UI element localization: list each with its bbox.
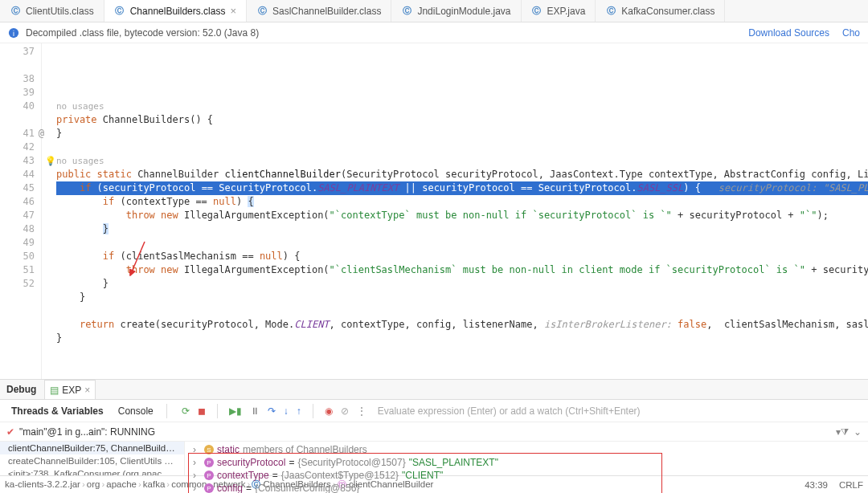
choose-sources-link[interactable]: Cho (842, 27, 860, 39)
code-line[interactable]: } (56, 277, 868, 291)
variables-tree[interactable]: › S static members of ChannelBuilders› P… (185, 442, 868, 475)
frames-list[interactable]: clientChannelBuilder:75, ChannelBuilders… (0, 442, 185, 475)
svg-text:i: i (13, 29, 14, 37)
notice-text: Decompiled .class file, bytecode version… (26, 27, 259, 39)
editor-tab[interactable]: Ⓒ ChannelBuilders.class× (104, 0, 247, 22)
decompile-notice: i Decompiled .class file, bytecode versi… (0, 22, 868, 43)
code-line[interactable]: throw new IllegalArgumentException("`con… (56, 209, 868, 222)
tab-label: JndiLoginModule.java (417, 6, 510, 17)
stop-icon[interactable]: ◼ (198, 405, 206, 417)
frames-header: ✔ "main"@1 in g...ain": RUNNING ▾⧩ ⌄ (0, 422, 868, 442)
tab-label: EXP.java (547, 6, 586, 17)
editor-tab[interactable]: Ⓒ EXP.java (522, 0, 596, 22)
resume-icon[interactable]: ▶▮ (229, 405, 242, 417)
class-file-icon: Ⓒ (114, 6, 125, 17)
close-icon[interactable]: × (230, 5, 236, 17)
variable-name: securityProtocol (217, 457, 285, 468)
breakpoint-check-icon: ✔ (6, 426, 14, 438)
class-file-icon: Ⓒ (531, 6, 542, 17)
main-thread-label[interactable]: "main"@1 in g...ain": RUNNING (19, 426, 155, 438)
code-line[interactable]: } (56, 291, 868, 304)
chevron-right-icon[interactable]: › (193, 444, 201, 455)
stack-frame[interactable]: createChannelBuilder:105, ClientUtils (o… (0, 454, 184, 467)
variable-row[interactable]: › P securityProtocol = {SecurityProtocol… (185, 456, 868, 469)
property-icon: P (204, 471, 214, 480)
breadcrumb-item[interactable]: ka-clients-3.2.2.jar (5, 479, 80, 489)
variable-row[interactable]: › S static members of ChannelBuilders (185, 443, 868, 456)
tab-label: ChannelBuilders.class (130, 6, 226, 17)
code-line[interactable]: throw new IllegalArgumentException("`cli… (56, 263, 868, 277)
run-config-icon: ▤ (50, 385, 59, 396)
view-breakpoints-icon[interactable]: ◉ (325, 405, 333, 417)
class-file-icon: Ⓒ (605, 6, 616, 17)
close-icon[interactable]: × (84, 385, 90, 396)
console-tab[interactable]: Console (113, 405, 158, 417)
debug-tool-row: Threads & Variables Console ⟳ ◼ ▶▮ ⏸ ↷ ↓… (0, 400, 868, 422)
evaluate-expression-input[interactable]: Evaluate expression (Enter) or add a wat… (378, 405, 641, 417)
code-line[interactable]: if (contextType == null) { (56, 195, 868, 209)
code-area[interactable]: no usagesprivate ChannelBuilders() {}no … (42, 43, 868, 379)
stack-frame[interactable]: <init>:738, KafkaConsumer (org.apache.ka… (0, 467, 184, 475)
rerun-icon[interactable]: ⟳ (182, 405, 190, 417)
code-line[interactable]: return create(securityProtocol, Mode.CLI… (56, 318, 868, 332)
static-icon: S (204, 445, 214, 454)
code-line[interactable] (56, 141, 868, 154)
mute-breakpoints-icon[interactable]: ⊘ (341, 405, 349, 417)
step-out-icon[interactable]: ↑ (297, 405, 301, 417)
variable-row[interactable]: › P contextType = {JaasContext$Type@1512… (185, 469, 868, 482)
variable-row[interactable]: › P config = {ConsumerConfig@856} (185, 482, 868, 493)
property-icon: P (204, 483, 214, 493)
editor-tab[interactable]: Ⓒ JndiLoginModule.java (391, 0, 521, 22)
code-line[interactable]: no usages (56, 154, 868, 168)
variable-name: config (217, 483, 243, 493)
info-icon: i (8, 27, 19, 39)
debug-body: clientChannelBuilder:75, ChannelBuilders… (0, 442, 868, 475)
debug-toolwindow-header: Debug ▤ EXP × (0, 379, 868, 400)
code-line[interactable]: } (56, 222, 868, 236)
pause-icon[interactable]: ⏸ (250, 405, 260, 417)
code-line[interactable]: } (56, 332, 868, 345)
breadcrumb-item[interactable]: kafka (143, 479, 166, 489)
code-line[interactable]: no usages (56, 100, 868, 113)
line-gutter: 37383940414243💡444546474849505152 (0, 43, 42, 379)
more-icon[interactable]: ⋮ (357, 405, 366, 417)
breadcrumb-item[interactable]: org (87, 479, 100, 489)
thread-dropdown-icon[interactable]: ⌄ (854, 426, 862, 438)
editor-tab[interactable]: Ⓒ SaslChannelBuilder.class (247, 0, 391, 22)
threads-variables-tab[interactable]: Threads & Variables (6, 405, 108, 417)
code-line[interactable]: public static ChannelBuilder clientChann… (56, 168, 868, 181)
stack-frame[interactable]: clientChannelBuilder:75, ChannelBuilders… (0, 442, 184, 454)
editor-tab[interactable]: Ⓒ ClientUtils.class (0, 0, 104, 22)
variable-name: contextType (217, 470, 269, 481)
step-over-icon[interactable]: ↷ (268, 405, 276, 417)
breadcrumb-item[interactable]: apache (106, 479, 137, 489)
code-line[interactable] (56, 236, 868, 250)
class-file-icon: Ⓒ (401, 6, 412, 17)
tab-label: SaslChannelBuilder.class (272, 6, 381, 17)
code-line[interactable] (56, 86, 868, 100)
debug-run-tab-label: EXP (62, 385, 81, 396)
filter-icon[interactable]: ▾⧩ (836, 426, 849, 438)
code-line[interactable]: if (clientSaslMechanism == null) { (56, 250, 868, 263)
code-line[interactable]: private ChannelBuilders() { (56, 113, 868, 127)
editor-tab[interactable]: Ⓒ KafkaConsumer.class (596, 0, 725, 22)
editor-tabs: Ⓒ ClientUtils.classⒸ ChannelBuilders.cla… (0, 0, 868, 22)
code-editor[interactable]: 37383940414243💡444546474849505152 no usa… (0, 43, 868, 379)
variable-name: static (217, 444, 240, 455)
chevron-right-icon[interactable]: › (193, 470, 201, 481)
tab-label: ClientUtils.class (26, 6, 94, 17)
code-line[interactable]: } (56, 127, 868, 141)
download-sources-link[interactable]: Download Sources (748, 27, 829, 39)
class-file-icon: Ⓒ (10, 6, 21, 17)
step-into-icon[interactable]: ↓ (284, 405, 289, 417)
property-icon: P (204, 458, 214, 467)
code-line[interactable]: if (securityProtocol == SecurityProtocol… (56, 181, 868, 195)
code-line[interactable] (56, 304, 868, 318)
debug-run-tab[interactable]: ▤ EXP × (44, 380, 96, 399)
tab-label: KafkaConsumer.class (621, 6, 714, 17)
class-file-icon: Ⓒ (256, 6, 268, 17)
chevron-right-icon[interactable]: › (193, 457, 201, 468)
debug-title: Debug (6, 384, 36, 395)
chevron-right-icon[interactable]: › (193, 483, 201, 493)
